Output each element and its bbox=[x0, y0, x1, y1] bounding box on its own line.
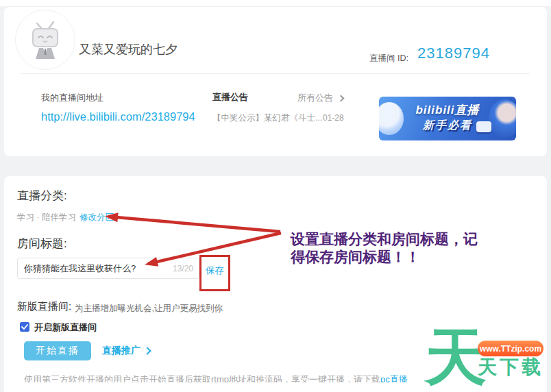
annotation-line1: 设置直播分类和房间标题，记 bbox=[291, 230, 496, 248]
live-promotion-text: 直播推广 bbox=[102, 345, 140, 357]
room-header-card: 又菜又爱玩的七夕 直播间 ID: 23189794 我的直播间地址 http:/… bbox=[4, 7, 547, 156]
new-room-checkbox[interactable] bbox=[20, 322, 29, 332]
check-icon bbox=[21, 324, 28, 330]
streamer-name: 又菜又爱玩的七夕 bbox=[79, 41, 177, 58]
announcement-date: 01-28 bbox=[323, 113, 344, 123]
avatar[interactable] bbox=[15, 10, 75, 70]
new-room-checkbox-label[interactable]: 开启新版直播间 bbox=[34, 321, 97, 334]
header-divider bbox=[21, 73, 530, 74]
live-promotion-link[interactable]: 直播推广 bbox=[102, 345, 150, 357]
edit-category-link[interactable]: 修改分区 bbox=[79, 212, 114, 223]
chevron-right-icon bbox=[143, 347, 151, 354]
bilibili-tv-avatar-icon bbox=[28, 21, 62, 59]
save-button[interactable]: 保存 bbox=[206, 265, 224, 277]
room-title-input-wrap: 13/20 bbox=[17, 258, 199, 279]
room-title-section-label: 房间标题: bbox=[17, 236, 67, 252]
announcement-label: 直播公告 bbox=[212, 91, 248, 103]
all-announcements-link[interactable]: 所有公告 bbox=[297, 92, 343, 104]
all-announcements-text: 所有公告 bbox=[297, 92, 333, 104]
announcement-item[interactable]: 【中奖公示】某幻君《斗士... bbox=[212, 112, 322, 124]
banner-subtitle: 新手必看 bbox=[379, 119, 516, 133]
start-live-button[interactable]: 开始直播 bbox=[24, 341, 91, 360]
newbie-guide-banner[interactable]: bilibili直播 新手必看 bbox=[379, 97, 516, 140]
annotation-line2: 得保存房间标题！！ bbox=[291, 248, 496, 266]
room-address-link[interactable]: http://live.bilibili.com/23189794 bbox=[41, 110, 195, 123]
third-party-note-text: 使用第三方软件开播的用户点击开始直播后获取rtmp地址和推流码，享受一键开播，请… bbox=[24, 374, 380, 382]
annotation-text: 设置直播分类和房间标题，记 得保存房间标题！！ bbox=[291, 230, 496, 266]
pc-live-assistant-link[interactable]: pc直播姬 bbox=[380, 374, 408, 382]
category-value: 学习 · 陪伴学习 bbox=[17, 212, 76, 223]
room-id-value: 23189794 bbox=[417, 45, 490, 62]
banner-title: bilibili直播 bbox=[379, 102, 516, 118]
category-section-label: 直播分类: bbox=[17, 188, 67, 204]
new-room-description: 为主播增加曝光机会,让用户更易找到你 bbox=[75, 303, 223, 315]
page-top-strip bbox=[0, 0, 551, 6]
room-id-label: 直播间 ID: bbox=[369, 53, 408, 64]
chevron-right-icon bbox=[338, 95, 345, 101]
room-address-label: 我的直播间地址 bbox=[41, 92, 103, 104]
live-settings-card: 直播分类: 学习 · 陪伴学习 修改分区 房间标题: 13/20 保存 新版直播… bbox=[4, 176, 547, 392]
char-counter: 13/20 bbox=[173, 264, 193, 273]
third-party-note: 使用第三方软件开播的用户点击开始直播后获取rtmp地址和推流码，享受一键开播，请… bbox=[24, 373, 408, 382]
new-room-label: 新版直播间: bbox=[17, 300, 71, 313]
